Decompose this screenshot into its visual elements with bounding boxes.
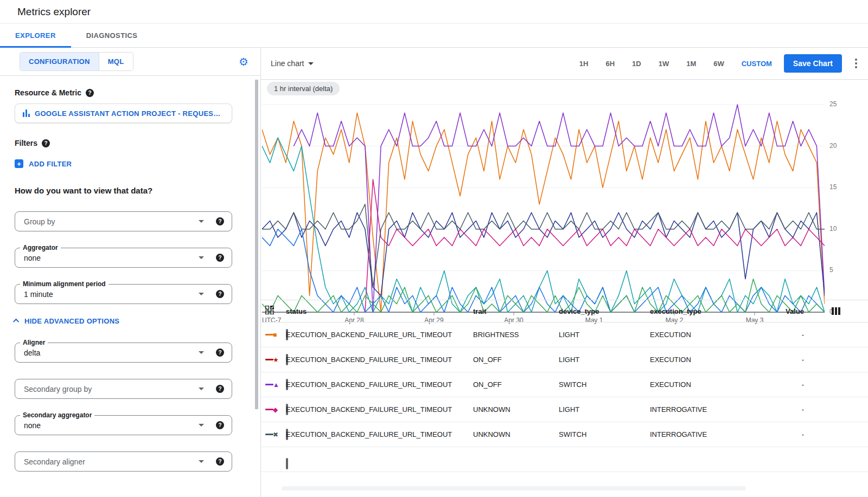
secondary-aligner-field[interactable]: Secondary aligner ?	[15, 451, 232, 472]
chevron-down-icon	[199, 351, 204, 354]
more-options-icon[interactable]	[853, 56, 859, 70]
left-panel-scrollbar[interactable]	[255, 80, 258, 409]
chevron-down-icon	[308, 62, 314, 65]
secondary-group-by-field[interactable]: Secondary group by ?	[15, 379, 232, 399]
column-execution-type[interactable]: execution_type	[650, 307, 761, 315]
help-icon[interactable]: ?	[216, 348, 224, 357]
save-chart-button[interactable]: Save Chart	[784, 54, 842, 73]
trait-cell: ON_OFF	[473, 356, 559, 364]
table-horizontal-scrollbar[interactable]	[282, 486, 746, 490]
panel-header: CONFIGURATION MQL ⚙	[0, 48, 260, 76]
device-type-cell: SWITCH	[559, 430, 650, 438]
table-row[interactable]: ★ EXECUTION_BACKEND_FAILURE_URL_TIMEOUT …	[261, 347, 868, 372]
chevron-down-icon	[199, 460, 204, 463]
filters-label: Filters ?	[15, 139, 244, 147]
series-table: status trait device_type execution_type …	[261, 300, 868, 497]
group-by-field[interactable]: Group by ?	[15, 211, 232, 231]
series-pink	[365, 179, 825, 312]
column-device-type[interactable]: device_type	[559, 307, 650, 315]
line-chart-plot[interactable]	[262, 100, 825, 317]
chevron-down-icon	[199, 388, 204, 390]
status-cell: EXECUTION_BACKEND_FAILURE_URL_TIMEOUT	[286, 356, 473, 364]
table-body: ■ EXECUTION_BACKEND_FAILURE_URL_TIMEOUT …	[261, 322, 868, 472]
series-slate	[262, 204, 825, 287]
help-icon[interactable]: ?	[216, 217, 224, 225]
chart-panel: Line chart 1H 6H 1D 1W 1M 6W CUSTOM Save…	[261, 48, 868, 497]
plus-icon: +	[15, 159, 23, 168]
series-orange	[262, 113, 825, 312]
device-type-cell: LIGHT	[559, 356, 650, 364]
status-cell: EXECUTION_BACKEND_FAILURE_URL_TIMEOUT	[286, 430, 473, 438]
chevron-down-icon	[199, 256, 204, 259]
column-status[interactable]: status	[286, 307, 473, 315]
series-marker: ◆	[265, 406, 286, 413]
help-icon[interactable]: ?	[216, 290, 224, 298]
status-cell: EXECUTION_BACKEND_FAILURE_URL_TIMEOUT	[286, 405, 473, 414]
min-alignment-period-field[interactable]: Minimum alignment period 1 minute ?	[15, 284, 232, 304]
y-tick-label: 5	[829, 266, 846, 274]
value-cell: -	[761, 380, 804, 389]
page-title: Metrics explorer	[17, 6, 91, 18]
y-tick-label: 25	[829, 100, 846, 108]
table-header: status trait device_type execution_type …	[261, 300, 868, 322]
tab-bar: EXPLORER DIAGNOSTICS	[0, 24, 868, 48]
y-tick-label: 10	[829, 225, 846, 233]
execution-type-cell: EXECUTION	[650, 356, 761, 364]
range-1h[interactable]: 1H	[579, 60, 589, 68]
range-1m[interactable]: 1M	[686, 60, 696, 68]
table-row[interactable]: ▲ EXECUTION_BACKEND_FAILURE_URL_TIMEOUT …	[261, 372, 868, 397]
table-row-partial[interactable]	[261, 447, 868, 472]
row-checkbox[interactable]	[286, 458, 288, 469]
series-marker: ■	[265, 332, 286, 338]
y-tick-label: 20	[829, 142, 846, 150]
chevron-down-icon	[199, 220, 204, 223]
series-purple	[293, 105, 825, 312]
mode-toggle: CONFIGURATION MQL	[20, 52, 133, 71]
status-cell: EXECUTION_BACKEND_FAILURE_URL_TIMEOUT	[286, 331, 473, 339]
metric-chip[interactable]: GOOGLE ASSISTANT ACTION PROJECT - REQUES…	[15, 104, 232, 123]
hide-advanced-options-toggle[interactable]: HIDE ADVANCED OPTIONS	[15, 315, 119, 326]
range-custom[interactable]: CUSTOM	[742, 60, 772, 68]
value-cell: -	[761, 430, 804, 438]
chart-region: 1 hr interval (delta) 0510152025 UTC-7Ap…	[261, 80, 868, 332]
device-type-cell: SWITCH	[559, 380, 650, 389]
execution-type-cell: EXECUTION	[650, 331, 761, 339]
range-6h[interactable]: 6H	[605, 60, 615, 68]
add-filter-button[interactable]: + ADD FILTER	[15, 159, 72, 168]
series-marker: ★	[265, 357, 286, 363]
toggle-legend-icon[interactable]	[265, 306, 274, 317]
aligner-field[interactable]: Aligner delta ?	[15, 343, 232, 363]
panel-body: Resource & Metric ? GOOGLE ASSISTANT ACT…	[0, 76, 260, 497]
device-type-cell: LIGHT	[559, 405, 650, 414]
trait-cell: BRIGHTNESS	[473, 331, 559, 339]
tab-diagnostics[interactable]: DIAGNOSTICS	[71, 24, 153, 47]
chevron-down-icon	[199, 293, 204, 295]
column-trait[interactable]: trait	[473, 307, 559, 315]
configuration-toggle-button[interactable]: CONFIGURATION	[20, 53, 99, 70]
help-icon[interactable]: ?	[216, 457, 224, 466]
aggregator-field[interactable]: Aggregator none ?	[15, 248, 232, 268]
gear-icon[interactable]: ⚙	[239, 56, 248, 67]
help-icon[interactable]: ?	[216, 421, 224, 429]
mql-toggle-button[interactable]: MQL	[99, 53, 133, 70]
tab-explorer[interactable]: EXPLORER	[0, 24, 71, 47]
table-row[interactable]: ✖ EXECUTION_BACKEND_FAILURE_URL_TIMEOUT …	[261, 422, 868, 447]
chart-type-dropdown[interactable]: Line chart	[271, 59, 314, 68]
table-row[interactable]: ◆ EXECUTION_BACKEND_FAILURE_URL_TIMEOUT …	[261, 397, 868, 422]
view-data-question: How do you want to view that data?	[15, 186, 244, 195]
trait-cell: ON_OFF	[473, 380, 559, 389]
help-icon[interactable]: ?	[86, 89, 94, 97]
bar-chart-icon	[23, 109, 30, 117]
range-1d[interactable]: 1D	[632, 60, 641, 68]
help-icon[interactable]: ?	[216, 385, 224, 393]
series-marker: ▲	[265, 382, 286, 388]
table-row[interactable]: ■ EXECUTION_BACKEND_FAILURE_URL_TIMEOUT …	[261, 322, 868, 347]
resource-metric-label: Resource & Metric ?	[15, 88, 244, 97]
help-icon[interactable]: ?	[42, 139, 50, 147]
column-value[interactable]: Value	[761, 307, 804, 315]
range-6w[interactable]: 6W	[713, 60, 724, 68]
help-icon[interactable]: ?	[216, 254, 224, 262]
secondary-aggregator-field[interactable]: Secondary aggregator none ?	[15, 415, 232, 435]
columns-icon[interactable]	[832, 307, 840, 315]
range-1w[interactable]: 1W	[659, 60, 669, 68]
